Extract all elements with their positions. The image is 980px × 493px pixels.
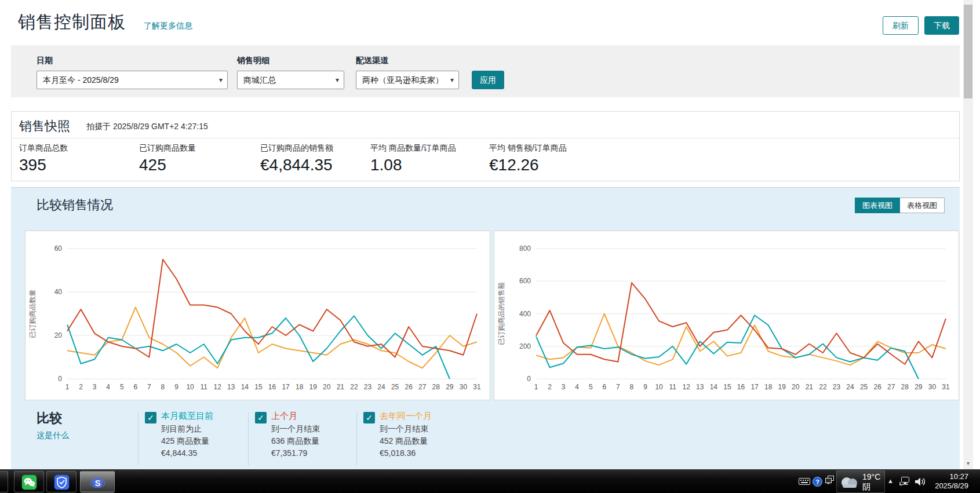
svg-text:25: 25 xyxy=(391,383,399,391)
svg-text:28: 28 xyxy=(432,383,440,391)
date-filter-label: 日期 xyxy=(37,56,53,66)
svg-text:60: 60 xyxy=(54,244,63,253)
tray-expand-icon[interactable]: ▲ xyxy=(887,477,894,484)
svg-text:26: 26 xyxy=(405,383,413,391)
svg-text:10: 10 xyxy=(655,383,663,391)
legend-divider xyxy=(248,412,249,465)
svg-text:20: 20 xyxy=(323,383,331,391)
taskbar-clock[interactable]: 10:27 2025/8/29 xyxy=(928,472,968,491)
svg-text:22: 22 xyxy=(819,383,827,391)
svg-text:已订购商品的销售额: 已订购商品的销售额 xyxy=(497,283,505,345)
compare-title: 比较销售情况 xyxy=(37,196,113,214)
svg-text:40: 40 xyxy=(54,288,63,296)
svg-text:27: 27 xyxy=(887,383,895,391)
svg-text:4: 4 xyxy=(106,383,110,391)
snapshot-header: 销售快照 拍摄于 2025/8/29 GMT+2 4:27:15 xyxy=(12,112,959,138)
window-restore-tray-icon[interactable] xyxy=(825,476,835,487)
vertical-scrollbar[interactable]: ▾ xyxy=(963,0,973,469)
help-tray-icon[interactable]: ? xyxy=(813,477,822,487)
weather-condition-label: 阴 xyxy=(862,482,880,492)
channel-filter-select[interactable]: 两种（亚马逊和卖家） ▾ xyxy=(356,71,459,89)
refresh-button[interactable]: 刷新 xyxy=(883,16,919,35)
svg-text:31: 31 xyxy=(473,383,481,391)
page-title: 销售控制面板 xyxy=(18,10,126,34)
chevron-down-icon: ▾ xyxy=(219,71,223,89)
svg-text:19: 19 xyxy=(778,383,786,391)
svg-text:30: 30 xyxy=(928,383,937,391)
scrollbar-down-arrow-icon[interactable]: ▾ xyxy=(963,459,973,469)
svg-text:12: 12 xyxy=(214,383,222,391)
wechat-taskbar-icon[interactable] xyxy=(14,471,44,492)
stat-avg-sales-per-order: 平均 销售额/订单商品 €12.26 xyxy=(489,143,567,174)
scrollbar-thumb[interactable] xyxy=(964,5,972,98)
keyboard-tray-icon[interactable] xyxy=(799,477,810,485)
partial-app-tile[interactable] xyxy=(0,471,8,492)
chevron-down-icon: ▾ xyxy=(336,71,339,89)
page-header: 销售控制面板 了解更多信息 刷新 下载 xyxy=(0,0,963,45)
svg-text:27: 27 xyxy=(418,383,427,391)
breakdown-filter-label: 销售明细 xyxy=(237,56,269,66)
svg-text:15: 15 xyxy=(723,383,731,391)
svg-text:11: 11 xyxy=(200,383,207,391)
svg-text:19: 19 xyxy=(309,383,318,391)
channel-filter-value: 两种（亚马逊和卖家） xyxy=(362,75,443,85)
svg-text:18: 18 xyxy=(296,383,304,391)
stat-ordered-sales: 已订购商品的销售额 €4,844.35 xyxy=(260,143,333,174)
svg-text:21: 21 xyxy=(806,383,814,391)
download-button[interactable]: 下载 xyxy=(924,16,959,35)
svg-text:6: 6 xyxy=(602,383,606,391)
compare-sales-section: 比较销售情况 图表视图 表格视图 02040601234567891011121… xyxy=(11,187,960,469)
svg-text:21: 21 xyxy=(337,383,345,391)
breakdown-filter-value: 商城汇总 xyxy=(243,75,276,85)
stat-units-ordered: 已订购商品数量 425 xyxy=(139,143,196,174)
svg-text:S: S xyxy=(94,479,100,488)
weather-widget[interactable]: 19°C 阴 xyxy=(836,470,885,493)
apply-button[interactable]: 应用 xyxy=(472,71,504,89)
snapshot-timestamp: 拍摄于 2025/8/29 GMT+2 4:27:15 xyxy=(86,122,208,132)
chart-view-tab[interactable]: 图表视图 xyxy=(855,198,900,213)
checkbox-current-month[interactable] xyxy=(145,412,156,423)
checkbox-same-month-last-year[interactable] xyxy=(363,412,375,423)
svg-text:28: 28 xyxy=(901,383,909,391)
svg-text:14: 14 xyxy=(710,383,718,391)
svg-text:9: 9 xyxy=(174,383,178,391)
svg-text:4: 4 xyxy=(575,383,579,391)
ordered-sales-chart-card: 0200400600800123456789101112131415161718… xyxy=(494,231,959,400)
svg-text:24: 24 xyxy=(846,383,854,391)
svg-text:20: 20 xyxy=(792,383,800,391)
shield-icon xyxy=(54,474,70,490)
svg-text:31: 31 xyxy=(942,383,950,391)
sogou-browser-taskbar-icon[interactable]: S xyxy=(80,471,115,492)
svg-text:8: 8 xyxy=(161,383,165,391)
breakdown-filter-select[interactable]: 商城汇总 ▾ xyxy=(237,71,344,89)
table-view-tab[interactable]: 表格视图 xyxy=(900,198,945,213)
cloud-icon xyxy=(839,474,860,490)
wechat-icon xyxy=(21,474,37,490)
date-filter-select[interactable]: 本月至今 - 2025/8/29 ▾ xyxy=(37,71,228,89)
windows-taskbar: S ? 19°C 阴 ▲ 10:2 xyxy=(0,469,980,493)
browser-s-icon: S xyxy=(89,474,106,491)
svg-text:0: 0 xyxy=(527,375,531,383)
security-shield-taskbar-icon[interactable] xyxy=(46,471,76,492)
svg-text:16: 16 xyxy=(268,383,276,391)
svg-text:12: 12 xyxy=(683,383,691,391)
svg-text:23: 23 xyxy=(833,383,841,391)
svg-text:5: 5 xyxy=(120,383,124,391)
chevron-down-icon: ▾ xyxy=(450,71,454,89)
volume-tray-icon[interactable] xyxy=(915,477,926,487)
svg-text:26: 26 xyxy=(873,383,881,391)
svg-text:11: 11 xyxy=(669,383,676,391)
clock-time: 10:27 xyxy=(928,472,968,481)
whats-this-link[interactable]: 这是什么 xyxy=(37,430,69,441)
svg-text:3: 3 xyxy=(562,383,566,391)
view-toggle: 图表视图 表格视图 xyxy=(855,198,945,213)
svg-text:1: 1 xyxy=(534,383,538,391)
svg-text:29: 29 xyxy=(446,383,454,391)
date-filter-value: 本月至今 - 2025/8/29 xyxy=(43,75,119,85)
checkbox-last-month[interactable] xyxy=(255,412,267,423)
svg-text:25: 25 xyxy=(860,383,868,391)
learn-more-link[interactable]: 了解更多信息 xyxy=(144,21,192,31)
network-tray-icon[interactable] xyxy=(899,477,911,487)
snapshot-title: 销售快照 xyxy=(19,118,70,135)
svg-text:7: 7 xyxy=(147,383,151,391)
